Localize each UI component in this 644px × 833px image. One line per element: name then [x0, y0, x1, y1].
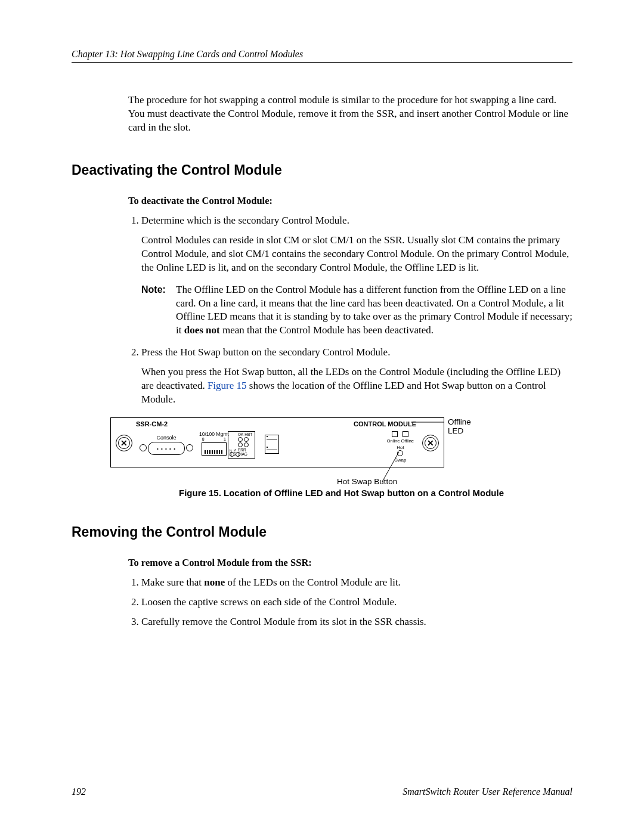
serial-port-icon: • • • • • — [148, 442, 185, 455]
remove-step-1b: of the LEDs on the Control Module are li… — [225, 577, 401, 588]
running-header: Chapter 13: Hot Swapping Line Cards and … — [72, 49, 572, 60]
remove-step-1: Make sure that none of the LEDs on the C… — [141, 576, 572, 590]
figure-15: SSR-CM-2 CONTROL MODULE ✕ ✕ Console • • … — [110, 417, 572, 498]
note-strong: does not — [184, 324, 220, 336]
control-module-diagram: SSR-CM-2 CONTROL MODULE ✕ ✕ Console • • … — [110, 417, 444, 467]
status-led-block: RST SYS OK HBT ERR DIAG — [228, 431, 255, 459]
online-label: Online — [387, 438, 400, 444]
callout-offline-led: Offline LED — [448, 417, 471, 435]
model-label: SSR-CM-2 — [136, 420, 168, 428]
figure-caption: Figure 15. Location of Offline LED and H… — [110, 488, 572, 498]
figure-link[interactable]: Figure 15 — [208, 380, 247, 391]
procedure-subtitle-2: To remove a Control Module from the SSR: — [128, 557, 572, 569]
callout-hot-swap-button: Hot Swap Button — [337, 477, 397, 486]
hot-swap-button-icon — [397, 450, 403, 456]
mgmt-label: 10/100 Mgmt — [199, 431, 229, 437]
module-title-label: CONTROL MODULE — [354, 420, 416, 428]
console-label: Console — [140, 435, 193, 441]
page-number: 192 — [72, 786, 86, 797]
page: Chapter 13: Hot Swapping Line Cards and … — [0, 0, 644, 833]
online-led-icon — [392, 431, 398, 437]
mgmt-port: 10/100 Mgmt 81 — [199, 431, 229, 456]
step-2-detail: When you press the Hot Swap button, all … — [141, 366, 572, 407]
remove-step-1a: Make sure that — [141, 577, 204, 588]
section-heading-deactivating: Deactivating the Control Module — [72, 162, 572, 178]
note-label: Note: — [141, 283, 176, 338]
online-offline-leds: Online Offline Hot Swap — [387, 431, 414, 463]
console-port: Console • • • • • — [140, 435, 193, 455]
step-1-detail: Control Modules can reside in slot CM or… — [141, 234, 572, 275]
ok-hbt-label: OK HBT — [238, 432, 254, 436]
note-body-b: mean that the Control Module has been de… — [220, 324, 434, 336]
procedure-subtitle: To deactivate the Control Module: — [128, 195, 572, 207]
step-2: Press the Hot Swap button on the seconda… — [141, 346, 572, 407]
pcmcia-slot-icon — [265, 435, 279, 454]
step-2-text: Press the Hot Swap button on the seconda… — [141, 346, 390, 358]
deactivate-steps: Determine which is the secondary Control… — [128, 214, 572, 407]
header-rule — [72, 62, 572, 63]
intro-paragraph: The procedure for hot swapping a control… — [128, 94, 572, 135]
step-1: Determine which is the secondary Control… — [141, 214, 572, 338]
figure-wrapper: SSR-CM-2 CONTROL MODULE ✕ ✕ Console • • … — [110, 417, 444, 467]
note: Note: The Offline LED on the Control Mod… — [141, 283, 572, 338]
offline-label: Offline — [401, 438, 414, 444]
captive-screw-left-icon: ✕ — [116, 435, 132, 451]
remove-step-2: Loosen the captive screws on each side o… — [141, 596, 572, 609]
captive-screw-right-icon: ✕ — [422, 435, 439, 451]
remove-steps: Make sure that none of the LEDs on the C… — [128, 576, 572, 629]
swap-label: Swap — [387, 457, 414, 463]
hot-label: Hot — [387, 445, 414, 450]
err-diag-label: ERR DIAG — [238, 448, 254, 456]
offline-led-icon — [402, 431, 408, 437]
rj45-port-icon — [202, 442, 227, 456]
footer: 192 SmartSwitch Router User Reference Ma… — [72, 786, 572, 797]
step-1-text: Determine which is the secondary Control… — [141, 215, 349, 226]
remove-step-1-strong: none — [204, 577, 225, 588]
remove-step-3: Carefully remove the Control Module from… — [141, 615, 572, 629]
section-heading-removing: Removing the Control Module — [72, 524, 572, 540]
note-body: The Offline LED on the Control Module ha… — [176, 283, 572, 338]
book-title: SmartSwitch Router User Reference Manual — [402, 786, 572, 797]
